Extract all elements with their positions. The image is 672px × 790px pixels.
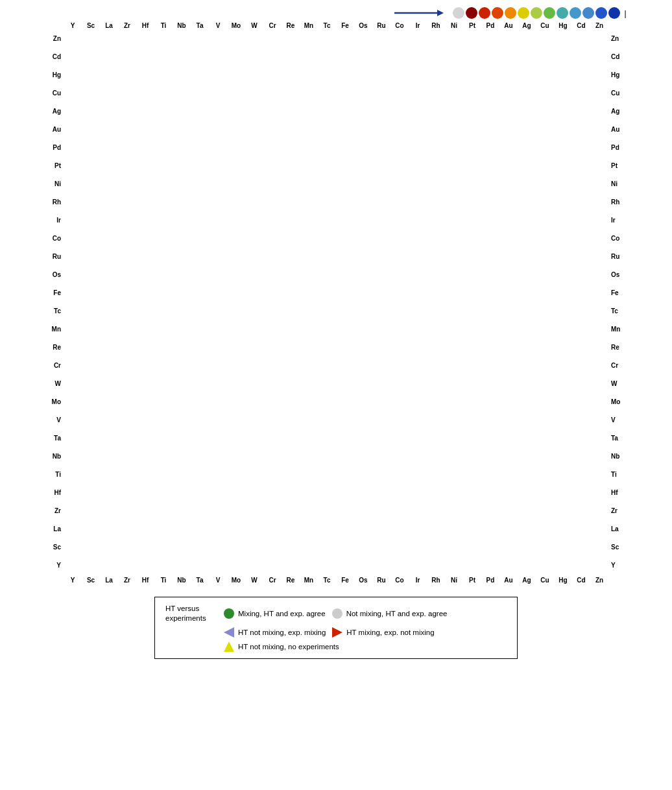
col-header-Tc: Tc [318, 22, 336, 29]
legend-label-mixing-agree: Mixing, HT and exp. agree [238, 610, 326, 617]
row-label-Cd: Cd [40, 47, 64, 66]
legend-row-2: HT not mixing, exp. mixing HT mixing, ex… [165, 627, 507, 638]
col-header-Re: Re [282, 22, 300, 29]
legend-circle-gray [332, 608, 342, 619]
legend-circle-green [224, 608, 234, 619]
col-header-bot-W: W [245, 577, 263, 584]
col-header-bot-Fe: Fe [336, 577, 354, 584]
col-header-bot-V: V [209, 577, 227, 584]
scale-dot-6 [531, 7, 542, 19]
col-header-Ag: Ag [518, 22, 536, 29]
legend-label-not-mixing-agree: Not mixing, HT and exp. agree [346, 610, 448, 617]
row-label-right-Au: Au [608, 120, 632, 138]
row-label-right-Zn: Zn [608, 29, 632, 47]
col-header-bot-Mo: Mo [227, 577, 245, 584]
col-header-bot-Tc: Tc [318, 577, 336, 584]
row-label-right-Mo: Mo [608, 392, 632, 411]
col-header-bot-Ni: Ni [445, 577, 463, 584]
col-header-bot-Cr: Cr [263, 577, 282, 584]
bottom-legend: HT versusexperiments Mixing, HT and exp.… [154, 597, 518, 659]
legend-row-1: HT versusexperiments Mixing, HT and exp.… [165, 604, 507, 623]
row-labels-left: Zn Cd Hg Cu Ag Au Pd Pt Ni Rh Ir Co Ru O… [40, 29, 64, 577]
scale-dot-7 [544, 7, 555, 19]
col-header-bot-Os: Os [354, 577, 372, 584]
row-label-right-Y: Y [608, 556, 632, 574]
col-header-bot-Ti: Ti [154, 577, 173, 584]
legend-triangle-red [332, 627, 342, 638]
matrix-wrapper: Y Sc La Zr Hf Ti Nb Ta V Mo W Cr Re Mn T… [40, 22, 632, 584]
col-header-Au: Au [499, 22, 518, 29]
scale-dot-5 [518, 7, 529, 19]
scale-dot-9 [570, 7, 581, 19]
legend-item-ht-no-exp: HT not mixing, no experiments [224, 641, 339, 652]
col-header-Sc: Sc [82, 22, 100, 29]
row-label-right-Ru: Ru [608, 247, 632, 265]
col-headers-top: Y Sc La Zr Hf Ti Nb Ta V Mo W Cr Re Mn T… [64, 22, 632, 29]
col-header-Ta: Ta [191, 22, 209, 29]
row-label-Hf: Hf [40, 483, 64, 501]
scale-dot-2 [479, 7, 490, 19]
legend-label-ht-no-exp: HT not mixing, no experiments [238, 643, 339, 651]
legend-label-ht-not-mixing: HT not mixing, exp. mixing [238, 628, 326, 636]
col-header-Fe: Fe [336, 22, 354, 29]
col-header-bot-Ta: Ta [191, 577, 209, 584]
row-label-right-Fe: Fe [608, 283, 632, 302]
col-header-bot-Pd: Pd [481, 577, 499, 584]
row-label-Pt: Pt [40, 156, 64, 174]
legend-title: HT versusexperiments [165, 604, 217, 623]
legend-item-ht-mixing: HT mixing, exp. not mixing [332, 627, 434, 638]
row-label-right-Pd: Pd [608, 138, 632, 156]
col-headers-bottom: Y Sc La Zr Hf Ti Nb Ta V Mo W Cr Re Mn T… [64, 577, 632, 584]
col-header-Nb: Nb [173, 22, 191, 29]
row-label-Ti: Ti [40, 465, 64, 483]
col-header-bot-La: La [100, 577, 118, 584]
row-label-right-La: La [608, 520, 632, 538]
row-label-Nb: Nb [40, 447, 64, 465]
row-label-right-Zr: Zr [608, 501, 632, 520]
row-label-Os: Os [40, 265, 64, 283]
row-label-Hg: Hg [40, 66, 64, 84]
col-header-Cu: Cu [536, 22, 554, 29]
row-label-Y: Y [40, 556, 64, 574]
row-label-Fe: Fe [40, 283, 64, 302]
row-label-right-Rh: Rh [608, 193, 632, 211]
col-header-Ni: Ni [445, 22, 463, 29]
legend-row-3: HT not mixing, no experiments [165, 641, 507, 652]
col-header-bot-Zr: Zr [118, 577, 136, 584]
col-header-Os: Os [354, 22, 372, 29]
col-header-Co: Co [390, 22, 409, 29]
col-header-bot-Zn: Zn [590, 577, 608, 584]
arrow-icon [393, 6, 445, 19]
row-label-Au: Au [40, 120, 64, 138]
matrix-section: Y Sc La Zr Hf Ti Nb Ta V Mo W Cr Re Mn T… [6, 22, 666, 584]
row-label-right-Tc: Tc [608, 302, 632, 320]
row-label-La: La [40, 520, 64, 538]
row-label-right-Pt: Pt [608, 156, 632, 174]
col-header-bot-Co: Co [390, 577, 409, 584]
col-header-bot-Ir: Ir [409, 577, 427, 584]
row-label-right-Hf: Hf [608, 483, 632, 501]
col-header-Y: Y [64, 22, 82, 29]
row-label-Ta: Ta [40, 429, 64, 447]
row-label-Ir: Ir [40, 211, 64, 229]
col-header-Hg: Hg [554, 22, 572, 29]
row-label-Sc: Sc [40, 538, 64, 556]
matrix-svg [64, 29, 608, 574]
row-label-right-Co: Co [608, 229, 632, 247]
legend-triangle-blue [224, 627, 234, 638]
svg-marker-4 [224, 641, 234, 652]
legend-top: | [6, 6, 666, 19]
row-label-Mn: Mn [40, 320, 64, 338]
scale-dot-1 [466, 7, 477, 19]
scale-dot-12 [608, 7, 620, 19]
row-label-Cu: Cu [40, 84, 64, 102]
scale-dot-11 [595, 7, 607, 19]
row-label-Co: Co [40, 229, 64, 247]
row-label-Pd: Pd [40, 138, 64, 156]
col-header-Ir: Ir [409, 22, 427, 29]
col-header-La: La [100, 22, 118, 29]
dashed-border-indicator: | [624, 8, 627, 18]
col-header-Zr: Zr [118, 22, 136, 29]
col-header-Ru: Ru [372, 22, 390, 29]
legend-item-ht-not-mixing: HT not mixing, exp. mixing [224, 627, 326, 638]
